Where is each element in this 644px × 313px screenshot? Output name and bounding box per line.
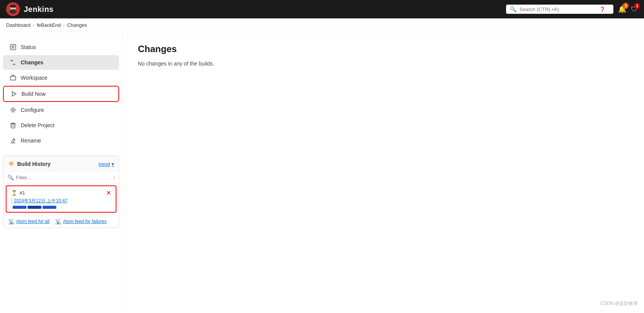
sidebar-label-status: Status xyxy=(21,44,36,50)
build-history-title: ☀ Build History xyxy=(8,160,51,168)
header: Jenkins 🔍 ❓ 🔔 3 🛡 1 xyxy=(0,0,644,18)
search-help-icon[interactable]: ❓ xyxy=(599,7,605,12)
sidebar-item-delete-project[interactable]: Delete Project xyxy=(3,118,119,133)
build-status-icon: ⏳ xyxy=(11,190,17,196)
rename-icon-svg xyxy=(10,137,16,144)
build-history-header: ☀ Build History trend ▾ xyxy=(3,156,119,172)
header-right: 🔍 ❓ 🔔 3 🛡 1 xyxy=(506,5,638,14)
search-bar[interactable]: 🔍 ❓ xyxy=(506,5,613,14)
sidebar-label-changes: Changes xyxy=(21,59,43,66)
search-input[interactable] xyxy=(519,7,596,12)
changes-icon xyxy=(9,59,17,66)
shield-button[interactable]: 🛡 1 xyxy=(631,5,638,13)
notification-bell[interactable]: 🔔 3 xyxy=(618,5,626,13)
shield-badge: 1 xyxy=(634,3,640,9)
build-feeds: 📡 Atom feed for all 📡 Atom feed for fail… xyxy=(3,215,119,228)
jenkins-logo xyxy=(6,2,20,16)
trend-label: trend xyxy=(98,161,110,167)
breadcrumb: Dashboard › feBackEnd › Changes xyxy=(0,18,644,32)
build-history-panel: ☀ Build History trend ▾ 🔍 / ⏳ #1 xyxy=(3,156,119,228)
page-title: Changes xyxy=(138,44,629,54)
build-item: ⏳ #1 ✕ 2024年3月12日 上午10:47 xyxy=(6,185,116,213)
sidebar: Status Changes xyxy=(0,32,123,311)
feed-icon-all: 📡 xyxy=(8,218,15,225)
configure-icon-svg xyxy=(10,107,16,113)
progress-seg-1 xyxy=(13,206,26,209)
delete-icon-svg xyxy=(10,122,16,129)
notification-badge: 3 xyxy=(623,3,629,9)
build-now-icon-svg xyxy=(10,90,17,97)
status-icon-svg xyxy=(10,44,16,51)
svg-rect-6 xyxy=(11,5,15,6)
search-icon: 🔍 xyxy=(510,6,516,12)
breadcrumb-current: Changes xyxy=(67,22,87,28)
build-number: #1 xyxy=(20,190,25,196)
workspace-icon xyxy=(9,74,17,81)
sidebar-label-rename: Rename xyxy=(21,138,41,144)
sidebar-label-delete-project: Delete Project xyxy=(21,122,54,128)
sidebar-label-workspace: Workspace xyxy=(21,75,48,81)
svg-point-15 xyxy=(12,109,14,111)
sidebar-label-configure: Configure xyxy=(21,107,44,113)
sidebar-nav: Status Changes xyxy=(0,40,122,148)
filter-shortcut: / xyxy=(113,175,115,180)
build-history-trend[interactable]: trend ▾ xyxy=(98,161,114,167)
feed-label-all: Atom feed for all xyxy=(16,219,49,224)
svg-rect-17 xyxy=(11,124,15,128)
sidebar-item-workspace[interactable]: Workspace xyxy=(3,70,119,85)
breadcrumb-sep-1: › xyxy=(33,22,34,28)
sun-icon: ☀ xyxy=(8,160,14,168)
breadcrumb-febackend[interactable]: feBackEnd xyxy=(37,22,61,28)
jenkins-logo-svg xyxy=(7,3,19,15)
atom-feed-failures[interactable]: 📡 Atom feed for failures xyxy=(55,218,107,225)
svg-marker-14 xyxy=(12,92,16,96)
build-history-label: Build History xyxy=(17,161,51,167)
sidebar-item-rename[interactable]: Rename xyxy=(3,133,119,148)
sidebar-label-build-now: Build Now xyxy=(21,91,46,97)
trend-chevron: ▾ xyxy=(111,161,114,167)
sidebar-item-build-now[interactable]: Build Now xyxy=(3,86,119,102)
feed-label-failures: Atom feed for failures xyxy=(63,219,107,224)
build-progress-bar xyxy=(11,206,111,209)
svg-point-16 xyxy=(11,108,15,112)
rename-icon xyxy=(9,137,17,144)
progress-seg-2 xyxy=(28,206,41,209)
workspace-icon-svg xyxy=(10,74,16,81)
watermark: CSDN @蓝影铁哥 xyxy=(600,300,638,307)
configure-icon xyxy=(9,107,17,113)
breadcrumb-sep-2: › xyxy=(63,22,65,28)
sidebar-item-changes[interactable]: Changes xyxy=(3,55,119,70)
build-item-close[interactable]: ✕ xyxy=(106,189,111,197)
build-item-num: ⏳ #1 xyxy=(11,190,25,196)
delete-icon xyxy=(9,122,17,129)
svg-rect-13 xyxy=(10,76,16,80)
build-now-icon xyxy=(10,90,18,97)
header-left: Jenkins xyxy=(6,2,54,16)
feed-icon-failures: 📡 xyxy=(55,218,61,225)
build-filter-input[interactable] xyxy=(16,175,111,180)
sidebar-item-configure[interactable]: Configure xyxy=(3,103,119,117)
atom-feed-all[interactable]: 📡 Atom feed for all xyxy=(8,218,49,225)
filter-search-icon: 🔍 xyxy=(7,174,14,180)
app-title: Jenkins xyxy=(24,5,54,14)
sidebar-item-status[interactable]: Status xyxy=(3,40,119,54)
content-description: No changes in any of the builds. xyxy=(138,61,629,67)
content-area: Changes No changes in any of the builds. xyxy=(123,32,644,311)
main-layout: Status Changes xyxy=(0,32,644,311)
breadcrumb-dashboard[interactable]: Dashboard xyxy=(6,22,31,28)
build-item-header: ⏳ #1 ✕ xyxy=(11,189,111,197)
status-icon xyxy=(9,44,17,51)
build-item-date[interactable]: 2024年3月12日 上午10:47 xyxy=(11,198,111,204)
changes-icon-svg xyxy=(10,59,16,66)
filter-row[interactable]: 🔍 / xyxy=(3,172,119,183)
progress-seg-3 xyxy=(43,206,56,209)
